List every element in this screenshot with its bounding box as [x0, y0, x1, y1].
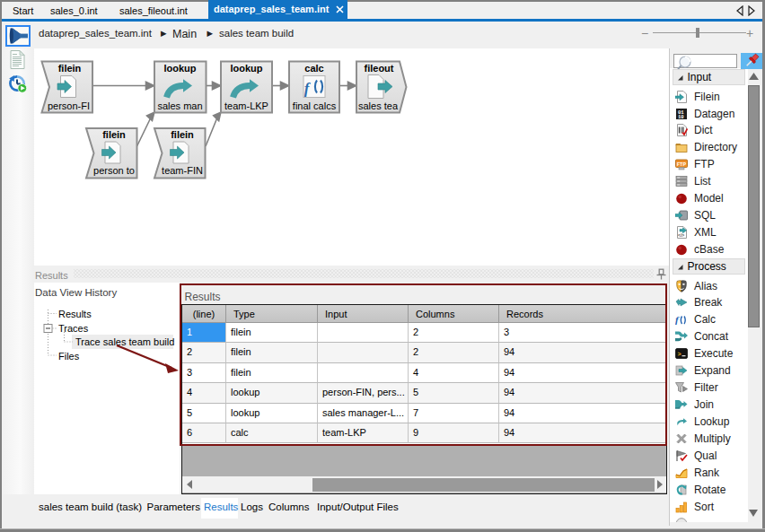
- svg-text:team-LKP: team-LKP: [224, 100, 268, 111]
- svg-text:>: >: [678, 351, 681, 357]
- svg-text:10: 10: [678, 114, 684, 120]
- svg-text:lookup: lookup: [163, 63, 196, 74]
- svg-text:filein: filein: [171, 129, 194, 140]
- svg-text:fileout: fileout: [365, 63, 394, 74]
- svg-text:lookup: lookup: [230, 63, 262, 74]
- svg-text:FTP: FTP: [677, 161, 687, 167]
- svg-text:sales tea: sales tea: [358, 100, 399, 111]
- svg-text:filein: filein: [58, 63, 82, 74]
- svg-text:team-FIN: team-FIN: [162, 165, 203, 176]
- svg-text:final calcs: final calcs: [293, 100, 337, 111]
- svg-text:calc: calc: [304, 63, 323, 74]
- svg-text:person to: person to: [93, 165, 135, 176]
- svg-text:person-FI: person-FI: [48, 100, 90, 111]
- svg-text:sales man: sales man: [157, 100, 202, 111]
- svg-text:f: f: [675, 314, 680, 325]
- svg-text:filein: filein: [102, 129, 126, 140]
